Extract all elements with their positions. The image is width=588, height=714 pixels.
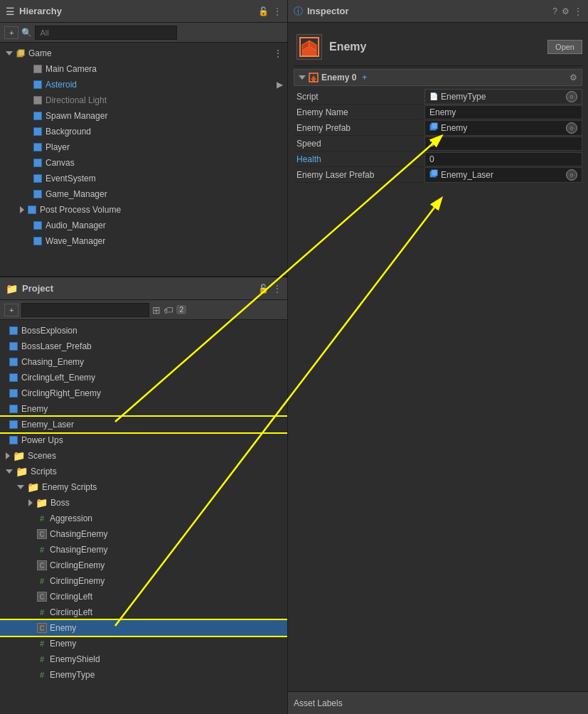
hierarchy-item-audio-manager[interactable]: Audio_Manager (0, 218, 287, 233)
audio-manager-icon (33, 220, 43, 230)
laser-prefab-value: Enemy_Laser ○ (424, 167, 582, 183)
post-process-icon (27, 205, 37, 215)
enemy-comp-gear[interactable]: ⚙ (570, 73, 577, 82)
project-folder-enemy-scripts[interactable]: 📁 Enemy Scripts (0, 479, 287, 495)
hierarchy-lock-icon[interactable]: 🔓 (258, 6, 269, 16)
circling-enemy-c-label: CirclingEnemy (50, 560, 105, 570)
speed-text: 3 (429, 139, 434, 149)
player-label: Player (46, 142, 70, 152)
project-folder-scenes[interactable]: 📁 Scenes (0, 448, 287, 464)
laser-prefab-circle-btn[interactable]: ○ (566, 169, 577, 181)
project-item-chasing-enemy-hash[interactable]: # ChasingEnemy (0, 542, 287, 558)
hierarchy-item-spawn-manager[interactable]: Spawn Manager (0, 108, 287, 124)
enemy-name-label: Enemy Name (294, 107, 422, 117)
hierarchy-item-directional-light[interactable]: Directional Light (0, 92, 287, 108)
enemy-icon-box (296, 34, 322, 60)
project-item-aggression[interactable]: # Aggression (0, 511, 287, 526)
chasing-enemy-label: Chasing_Enemy (21, 357, 84, 367)
hierarchy-item-wave-manager[interactable]: Wave_Manager (0, 233, 287, 249)
laser-prefab-text: Enemy_Laser (441, 170, 493, 180)
hierarchy-item-game-manager[interactable]: Game_Manager (0, 186, 287, 202)
project-item-circling-left[interactable]: CirclingLeft_Enemy (0, 370, 287, 385)
project-item-circling-left-c[interactable]: C CirclingLeft (0, 589, 287, 604)
enemy-prefab-circle-btn[interactable]: ○ (566, 122, 577, 134)
folder-icon: 📁 (6, 283, 18, 294)
project-more-icon[interactable]: ⋮ (273, 284, 282, 294)
project-item-bossexplosion[interactable]: BossExplosion (0, 323, 287, 339)
project-item-circling-enemy-c[interactable]: C CirclingEnemy (0, 558, 287, 573)
enemy-comp-label: Enemy 0 (321, 73, 356, 82)
health-text: 0 (429, 154, 434, 164)
eventsystem-label: EventSystem (46, 174, 96, 183)
chasing-enemy-c-label: ChasingEnemy (50, 529, 107, 539)
hierarchy-add-button[interactable]: + (4, 26, 18, 39)
scripts-triangle[interactable] (6, 469, 13, 474)
hierarchy-item-post-process[interactable]: Post Process Volume (0, 202, 287, 218)
project-item-chasing-enemy-c[interactable]: C ChasingEnemy (0, 526, 287, 542)
project-search-input[interactable] (21, 303, 149, 317)
project-item-enemy-laser[interactable]: Enemy_Laser (0, 417, 287, 432)
project-item-enemy-type[interactable]: # EnemyType (0, 667, 287, 683)
script-circle-btn[interactable]: ○ (566, 91, 577, 102)
filter-icon[interactable]: ⊞ (152, 304, 161, 316)
game-triangle[interactable] (6, 51, 13, 55)
project-item-circling-enemy-hash[interactable]: # CirclingEnemy (0, 573, 287, 589)
laser-prefab-cube-icon (429, 169, 438, 180)
project-item-enemy-script-c[interactable]: C Enemy (0, 620, 287, 636)
scenes-triangle[interactable] (6, 452, 10, 459)
boss-triangle[interactable] (28, 499, 33, 506)
asset-labels-text: Asset Labels (294, 698, 343, 708)
tag-icon[interactable]: 🏷 (164, 304, 173, 316)
hierarchy-item-player[interactable]: Player (0, 139, 287, 155)
circling-left-hash-label: CirclingLeft (50, 607, 92, 617)
enemy-prefab-label: Enemy (21, 404, 48, 414)
hierarchy-more-icon[interactable]: ⋮ (273, 6, 282, 16)
project-item-enemy-hash[interactable]: # Enemy (0, 636, 287, 651)
hierarchy-item-background[interactable]: Background (0, 124, 287, 139)
project-add-button[interactable]: + (4, 304, 18, 316)
hierarchy-item-asteroid[interactable]: Asteroid ▶ (0, 77, 287, 92)
hierarchy-item-canvas[interactable]: Canvas (0, 155, 287, 171)
project-item-circling-right[interactable]: CirclingRight_Enemy (0, 385, 287, 401)
project-item-enemy-shield[interactable]: # EnemyShield (0, 651, 287, 667)
project-item-circling-left-hash[interactable]: # CirclingLeft (0, 604, 287, 620)
aggression-hash-icon: # (37, 513, 47, 523)
enemy-prefab-icon (9, 404, 18, 414)
project-folder-scripts[interactable]: 📁 Scripts (0, 464, 287, 479)
project-item-chasing-enemy[interactable]: Chasing_Enemy (0, 354, 287, 370)
circling-enemy-hash-icon: # (37, 576, 47, 586)
game-menu-dots[interactable]: ⋮ (273, 48, 283, 59)
enemy-prefab-value: Enemy ○ (424, 120, 582, 136)
hierarchy-search-input[interactable] (35, 26, 177, 40)
enemy-scripts-triangle[interactable] (17, 485, 24, 489)
dir-light-label: Directional Light (46, 95, 107, 105)
inspector-lock-icon[interactable]: ⚙ (562, 6, 570, 16)
asset-labels-bar: Asset Labels (288, 691, 588, 714)
script-value: 📄 EnemyType ○ (424, 89, 582, 105)
project-item-bosslaser[interactable]: BossLaser_Prefab (0, 339, 287, 354)
enemy-comp-triangle[interactable] (299, 75, 306, 80)
inspector-more-icon[interactable]: ⋮ (574, 6, 582, 16)
hierarchy-item-main-camera[interactable]: Main Camera (0, 61, 287, 77)
script-label: Script (294, 92, 422, 102)
project-item-power-ups[interactable]: Power Ups (0, 432, 287, 448)
project-lock-icon[interactable]: 🔓 (258, 284, 269, 294)
inspector-content: Enemy Open Enemy 0 + ⚙ Script (288, 23, 588, 188)
project-item-enemy[interactable]: Enemy (0, 401, 287, 417)
enemy-type-icon: # (37, 670, 47, 680)
inspector-help-icon[interactable]: ? (552, 6, 557, 16)
scenes-label: Scenes (28, 451, 56, 461)
hierarchy-content: Game ⋮ Main Camera Asteroid ▶ (0, 43, 287, 276)
circling-left-icon (9, 373, 18, 383)
open-button[interactable]: Open (547, 40, 582, 54)
hierarchy-game-root[interactable]: Game ⋮ (0, 46, 287, 61)
project-header: 📁 Project 🔓 ⋮ (0, 277, 287, 300)
inspector-info-icon: ⓘ (294, 5, 303, 18)
enemy-script-c-icon: C (37, 623, 47, 633)
project-folder-boss[interactable]: 📁 Boss (0, 495, 287, 511)
hierarchy-item-eventsystem[interactable]: EventSystem (0, 171, 287, 186)
post-process-triangle[interactable] (20, 206, 24, 213)
wave-manager-label: Wave_Manager (46, 236, 105, 246)
enemy-comp-plus[interactable]: + (362, 73, 367, 82)
audio-manager-label: Audio_Manager (46, 220, 106, 230)
